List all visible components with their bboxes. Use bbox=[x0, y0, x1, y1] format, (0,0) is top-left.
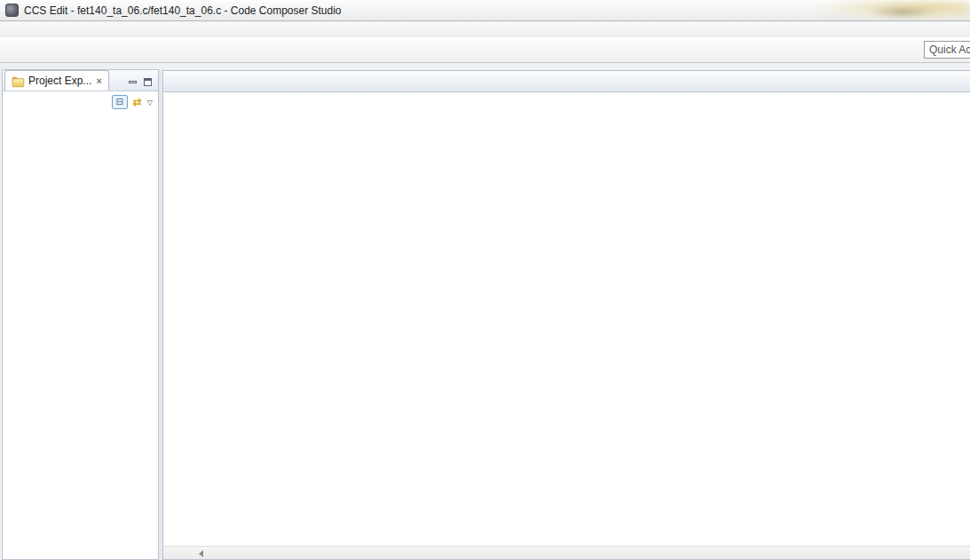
view-menu-icon[interactable]: ▽ bbox=[147, 99, 153, 106]
menu-bar bbox=[0, 22, 970, 37]
collapse-all-icon[interactable]: ⊟ bbox=[112, 95, 128, 109]
link-with-editor-icon[interactable]: ⇄ bbox=[133, 96, 142, 108]
project-explorer-tab-label: Project Exp... bbox=[28, 75, 91, 87]
project-explorer-panel: Project Exp... × ⊟ ⇄ ▽ bbox=[2, 69, 159, 560]
code-editor[interactable] bbox=[163, 92, 970, 546]
project-explorer-icon bbox=[12, 75, 24, 87]
window-title: CCS Edit - fet140_ta_06.c/fet140_ta_06.c… bbox=[24, 4, 342, 17]
tab-project-explorer[interactable]: Project Exp... × bbox=[4, 70, 109, 91]
title-bar: CCS Edit - fet140_ta_06.c/fet140_ta_06.c… bbox=[0, 0, 970, 21]
explorer-toolbar: ⊟ ⇄ ▽ bbox=[3, 91, 158, 113]
quick-access-box[interactable]: Quick Access bbox=[924, 41, 970, 59]
editor-area bbox=[162, 70, 970, 560]
close-view-icon[interactable]: × bbox=[95, 75, 102, 86]
main-toolbar bbox=[0, 37, 970, 63]
maximize-icon[interactable] bbox=[144, 78, 152, 86]
explorer-tabbar: Project Exp... × bbox=[3, 70, 158, 91]
horizontal-scrollbar[interactable] bbox=[163, 546, 970, 559]
editor-tab-strip bbox=[163, 71, 970, 92]
app-icon bbox=[5, 4, 19, 17]
project-tree bbox=[3, 113, 158, 116]
scroll-left-icon[interactable] bbox=[199, 550, 203, 557]
titlebar-aero-blur bbox=[819, 0, 970, 20]
minimize-icon[interactable] bbox=[129, 81, 137, 83]
